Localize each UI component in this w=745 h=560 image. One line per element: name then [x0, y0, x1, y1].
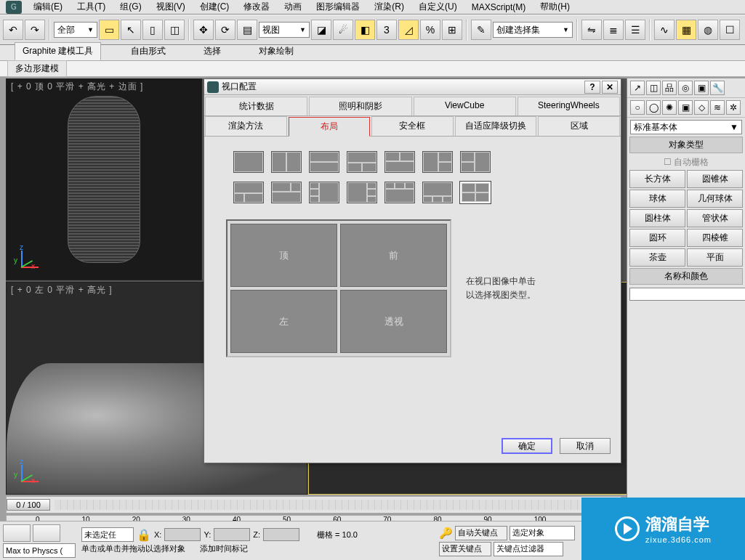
autogrid-checkbox[interactable]: ☐ 自动栅格	[627, 155, 745, 170]
time-slider[interactable]: 0 / 100	[6, 496, 621, 514]
coord-z-input[interactable]	[263, 528, 299, 541]
tab-region[interactable]: 区域	[538, 116, 620, 136]
subtab-polymodel[interactable]: 多边形建模	[7, 60, 67, 77]
tab-adaptive[interactable]: 自适应降级切换	[455, 116, 537, 136]
layout-opt-5[interactable]	[384, 151, 415, 173]
undo-button[interactable]: ↶	[3, 20, 23, 40]
tab-safeframe[interactable]: 安全框	[371, 116, 454, 136]
cat-lights-icon[interactable]: ✺	[662, 100, 677, 115]
statusbar-btn-1[interactable]	[3, 524, 31, 542]
menu-create[interactable]: 创建(C)	[193, 0, 237, 15]
menu-maxscript[interactable]: MAXScript(M)	[464, 1, 533, 14]
angle-snap-button[interactable]: ◿	[398, 20, 419, 40]
tab-layout[interactable]: 布局	[289, 117, 371, 137]
btn-torus[interactable]: 圆环	[629, 229, 685, 247]
layout-opt-9[interactable]	[271, 182, 302, 203]
category-combo[interactable]: 标准基本体▼	[630, 120, 742, 134]
preview-vp-left[interactable]: 左	[230, 290, 337, 353]
layout-opt-12[interactable]	[384, 182, 415, 203]
menu-group[interactable]: 组(G)	[113, 0, 148, 15]
layout-opt-14[interactable]	[460, 182, 491, 203]
percent-snap-button[interactable]: %	[420, 20, 440, 40]
btn-pyramid[interactable]: 四棱锥	[687, 229, 743, 247]
menu-anim[interactable]: 动画	[277, 0, 309, 15]
layout-opt-7[interactable]	[460, 151, 491, 173]
preview-vp-top[interactable]: 顶	[230, 224, 337, 287]
select-rect-button[interactable]: ▯	[142, 20, 163, 40]
panel-create-icon[interactable]: ↗	[630, 81, 645, 95]
coord-y-input[interactable]	[214, 528, 250, 541]
schematic-button[interactable]: ▦	[676, 20, 696, 40]
menu-modifier[interactable]: 修改器	[236, 0, 277, 15]
btn-box[interactable]: 长方体	[629, 170, 685, 188]
viewport-top[interactable]: [ + 0 顶 0 平滑 + 高光 + 边面 ] zyx	[6, 78, 202, 280]
btn-teapot[interactable]: 茶壶	[629, 248, 685, 267]
tab-objectpaint[interactable]: 对象绘制	[251, 42, 302, 60]
menu-help[interactable]: 帮助(H)	[533, 0, 577, 15]
refcoord-combo[interactable]: 视图▼	[259, 22, 310, 38]
dialog-close-button[interactable]: ✕	[602, 81, 618, 94]
cat-systems-icon[interactable]: ✲	[726, 100, 741, 115]
spinner-snap-button[interactable]: ⊞	[442, 20, 462, 40]
btn-cone[interactable]: 圆锥体	[687, 170, 743, 188]
cat-spacewarps-icon[interactable]: ≋	[710, 100, 725, 115]
pivot-button[interactable]: ◪	[311, 20, 331, 40]
btn-plane[interactable]: 平面	[687, 248, 743, 267]
snap3-button[interactable]: 3	[376, 20, 397, 40]
btn-sphere[interactable]: 球体	[629, 190, 685, 208]
btn-geosphere[interactable]: 几何球体	[687, 190, 743, 208]
render-setup-button[interactable]: ☐	[720, 20, 740, 40]
cat-helpers-icon[interactable]: ◇	[694, 100, 709, 115]
layout-opt-4[interactable]	[347, 151, 377, 173]
tab-lighting[interactable]: 照明和阴影	[309, 97, 411, 115]
layout-opt-8[interactable]	[233, 182, 264, 203]
btn-cylinder[interactable]: 圆柱体	[629, 209, 685, 227]
scale-button[interactable]: ▤	[237, 20, 257, 40]
statusbar-btn-2[interactable]	[33, 524, 60, 542]
layout-opt-6[interactable]	[422, 151, 453, 173]
cancel-button[interactable]: 取消	[560, 438, 611, 454]
layout-opt-13[interactable]	[422, 182, 453, 203]
menu-custom[interactable]: 自定义(U)	[411, 0, 464, 15]
panel-modify-icon[interactable]: ◫	[646, 81, 661, 95]
frame-indicator[interactable]: 0 / 100	[7, 499, 50, 511]
layout-opt-1[interactable]	[233, 151, 264, 173]
menu-edit[interactable]: 编辑(E)	[26, 0, 70, 15]
keyfilter-button[interactable]: 关键点过滤器	[494, 542, 563, 556]
tab-freeform[interactable]: 自由形式	[123, 42, 174, 60]
tab-selection[interactable]: 选择	[196, 42, 229, 60]
cat-cameras-icon[interactable]: ▣	[678, 100, 693, 115]
menu-tools[interactable]: 工具(T)	[70, 0, 113, 15]
preview-vp-front[interactable]: 前	[340, 224, 447, 287]
select-window-button[interactable]: ◫	[164, 20, 185, 40]
layout-opt-2[interactable]	[271, 151, 302, 173]
tab-steeringwheels[interactable]: SteeringWheels	[518, 97, 620, 115]
panel-display-icon[interactable]: ▣	[694, 81, 709, 95]
manip-button[interactable]: ☄	[333, 20, 353, 40]
scope-combo[interactable]: 全部▼	[54, 22, 97, 38]
layout-opt-11[interactable]	[347, 182, 377, 203]
named-sel-edit-button[interactable]: ✎	[471, 20, 491, 40]
select-cursor-button[interactable]: ↖	[121, 20, 141, 40]
tab-graphite[interactable]: Graphite 建模工具	[15, 42, 101, 60]
layout-opt-10[interactable]	[309, 182, 339, 203]
selection-lock-combo[interactable]: 未选定任	[81, 527, 134, 542]
tab-stats[interactable]: 统计数据	[205, 97, 307, 115]
dialog-help-button[interactable]: ?	[584, 81, 600, 94]
named-selset-combo[interactable]: 创建选择集▼	[493, 22, 573, 38]
time-track[interactable]	[55, 500, 616, 510]
snap-toggle-button[interactable]: ◧	[355, 20, 375, 40]
selected-obj-combo[interactable]: 选定对象	[510, 526, 575, 540]
ok-button[interactable]: 确定	[502, 438, 552, 454]
autokey-button[interactable]: 自动关键点	[455, 526, 507, 540]
menu-view[interactable]: 视图(V)	[149, 0, 193, 15]
material-editor-button[interactable]: ◍	[698, 20, 718, 40]
menu-render[interactable]: 渲染(R)	[367, 0, 411, 15]
layout-opt-3[interactable]	[309, 151, 339, 173]
coord-x-input[interactable]	[164, 528, 201, 541]
cat-geometry-icon[interactable]: ○	[630, 100, 645, 115]
tab-viewcube[interactable]: ViewCube	[414, 97, 516, 115]
setkey-button[interactable]: 设置关键点	[439, 542, 491, 556]
mirror-button[interactable]: ⇋	[581, 20, 602, 40]
panel-hierarchy-icon[interactable]: 品	[662, 81, 677, 95]
